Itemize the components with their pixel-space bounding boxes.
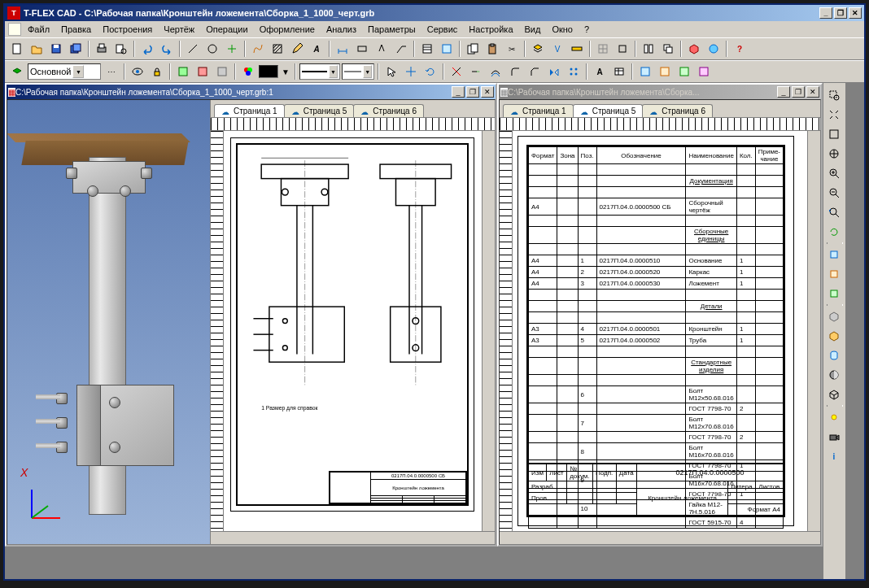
copy-tool[interactable] [464, 40, 482, 58]
menu-help[interactable]: ? [579, 24, 594, 35]
rough-tool[interactable] [373, 40, 391, 58]
saveall-button[interactable] [67, 40, 85, 58]
lock-icon[interactable] [148, 63, 166, 81]
snap-button[interactable] [614, 40, 631, 58]
color-icon[interactable] [239, 63, 257, 81]
frag-tool[interactable] [438, 40, 456, 58]
menu-format[interactable]: Оформление [255, 24, 320, 35]
zoom-window[interactable] [825, 86, 843, 104]
wire-tool[interactable] [825, 385, 843, 403]
layers-button[interactable] [529, 40, 547, 58]
edit-tool[interactable] [288, 40, 306, 58]
close-button[interactable]: ✕ [849, 7, 862, 19]
cascade-button[interactable] [659, 40, 677, 58]
info-tool[interactable]: i [825, 447, 843, 465]
bom-tool[interactable] [418, 40, 436, 58]
open-button[interactable] [28, 40, 46, 58]
view1-tool[interactable] [636, 63, 654, 81]
cyl-tool[interactable] [825, 346, 843, 364]
grid-button[interactable] [594, 40, 612, 58]
line-tool[interactable] [184, 40, 202, 58]
3d-button[interactable] [685, 40, 703, 58]
doc-minimize[interactable]: _ [777, 86, 790, 98]
zoom-extents[interactable] [825, 106, 843, 124]
menu-operations[interactable]: Операции [201, 24, 252, 35]
menu-window[interactable]: Окно [547, 24, 578, 35]
color-dd[interactable]: ▼ [280, 63, 291, 81]
refresh-icon[interactable] [825, 223, 843, 241]
viewport-3d[interactable]: X [7, 100, 211, 544]
preview-button[interactable] [112, 40, 130, 58]
zoom-out[interactable] [825, 184, 843, 202]
menu-view[interactable]: Вид [520, 24, 546, 35]
tab-page5[interactable]: ☁Страница 5 [284, 104, 355, 117]
minimize-button[interactable]: _ [819, 7, 832, 19]
help-button[interactable]: ? [731, 40, 749, 58]
scene-tool[interactable] [825, 307, 843, 325]
hatch-tool[interactable] [269, 40, 286, 58]
tile-button[interactable] [640, 40, 657, 58]
tab-page6[interactable]: ☁Страница 6 [353, 104, 424, 117]
render-button[interactable] [705, 40, 723, 58]
move-tool[interactable] [402, 63, 420, 81]
scrollbar-v[interactable] [807, 131, 820, 531]
view-a[interactable] [825, 246, 843, 264]
undo-button[interactable] [138, 40, 156, 58]
layer-combo[interactable]: Основной▼ [28, 63, 101, 80]
box-tool[interactable] [825, 327, 843, 345]
menu-settings[interactable]: Настройка [464, 24, 517, 35]
menu-parameters[interactable]: Параметры [363, 24, 421, 35]
layer-opts[interactable]: ⋯ [103, 63, 120, 81]
vars-button[interactable]: V [548, 40, 566, 58]
tab-page6-r[interactable]: ☁Страница 6 [642, 104, 713, 117]
fillet-tool[interactable] [506, 63, 524, 81]
scrollbar-h[interactable] [500, 531, 820, 544]
doc-minimize[interactable]: _ [452, 86, 465, 98]
chamfer-tool[interactable] [526, 63, 544, 81]
menu-construct[interactable]: Построения [98, 24, 157, 35]
linetype-combo[interactable]: ▼ [299, 63, 340, 80]
zoom-prev[interactable] [825, 203, 843, 221]
leader-tool[interactable] [392, 40, 410, 58]
zoom-fit[interactable] [825, 125, 843, 143]
sketch-tool[interactable] [249, 40, 267, 58]
scrollbar-v[interactable] [482, 131, 495, 531]
dim-tool[interactable] [334, 40, 352, 58]
mirror-tool[interactable] [545, 63, 563, 81]
level-btn[interactable] [174, 63, 192, 81]
light-tool[interactable] [825, 408, 843, 426]
view2-tool[interactable] [656, 63, 674, 81]
drawing-canvas-right[interactable]: Формат Зона Поз. Обозначение Наименовани… [513, 131, 807, 531]
visible-icon[interactable] [129, 63, 146, 81]
pan-tool[interactable] [825, 145, 843, 163]
menu-edit[interactable]: Правка [56, 24, 96, 35]
point-tool[interactable] [223, 40, 241, 58]
tab-page1[interactable]: ☁Страница 1 [214, 104, 285, 117]
tol-tool[interactable] [353, 40, 371, 58]
text2-tool[interactable]: A [591, 63, 609, 81]
view3-tool[interactable] [675, 63, 693, 81]
print-button[interactable] [93, 40, 111, 58]
scrollbar-h[interactable] [211, 531, 495, 544]
zoom-in[interactable] [825, 164, 843, 182]
save-button[interactable] [47, 40, 65, 58]
tab-page1-r[interactable]: ☁Страница 1 [503, 104, 574, 117]
maximize-button[interactable]: ❐ [834, 7, 847, 19]
measure-button[interactable] [568, 40, 586, 58]
level-btn2[interactable] [194, 63, 212, 81]
redo-button[interactable] [158, 40, 176, 58]
menu-service[interactable]: Сервис [422, 24, 463, 35]
menu-file[interactable]: Файл [23, 24, 55, 35]
tab-page5-r[interactable]: ☁Страница 5 [573, 104, 644, 117]
view-c[interactable] [825, 285, 843, 303]
doc-maximize[interactable]: ❐ [466, 86, 479, 98]
select-tool[interactable] [382, 63, 400, 81]
layer-icon[interactable] [8, 63, 26, 81]
table-tool[interactable] [610, 63, 628, 81]
camera-tool[interactable] [825, 428, 843, 446]
rotate-tool[interactable] [421, 63, 439, 81]
array-tool[interactable] [565, 63, 583, 81]
circle-tool[interactable] [203, 40, 221, 58]
text-tool[interactable]: A [308, 40, 325, 58]
level-btn3[interactable] [213, 63, 231, 81]
